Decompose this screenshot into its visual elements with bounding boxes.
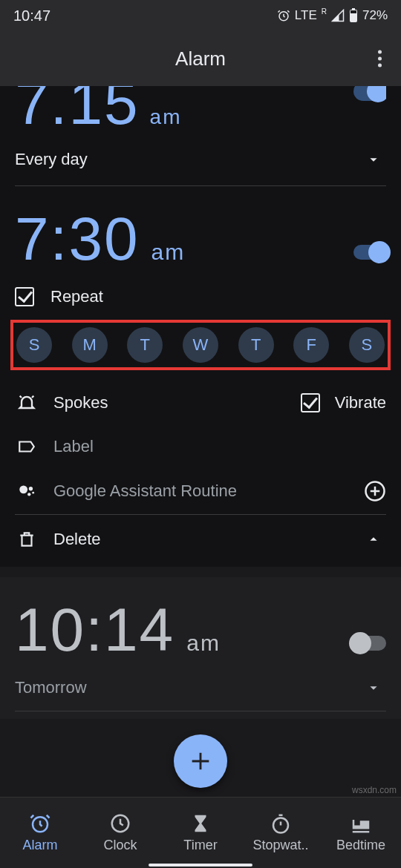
trash-icon — [15, 530, 39, 549]
day-thu[interactable]: T — [238, 327, 274, 363]
svg-point-5 — [29, 487, 33, 490]
bell-icon — [15, 392, 39, 413]
assistant-routine-row[interactable]: Google Assistant Routine — [15, 468, 386, 514]
assistant-icon — [15, 481, 39, 501]
network-label: LTE — [295, 8, 317, 23]
alarm-card-next: 10:14 am Tomorrow — [0, 577, 401, 719]
repeat-checkbox[interactable] — [15, 287, 34, 306]
alarm-schedule-row-prev[interactable]: Every day — [15, 134, 386, 185]
tag-icon — [15, 437, 39, 456]
status-bar: 10:47 LTE R 72% — [0, 0, 401, 31]
alarm-schedule-label: Every day — [15, 150, 88, 169]
days-selector-highlight: S M T W T F S — [10, 320, 391, 370]
divider — [15, 711, 386, 711]
alarm-ampm-next: am — [186, 631, 221, 656]
nav-alarm[interactable]: Alarm — [0, 798, 80, 868]
status-time: 10:47 — [13, 7, 50, 24]
day-sun[interactable]: S — [16, 327, 52, 363]
ringtone-row[interactable]: Spokes Vibrate — [15, 381, 386, 425]
svg-rect-2 — [352, 8, 355, 10]
overflow-menu-icon[interactable] — [372, 45, 388, 73]
chevron-down-icon — [361, 147, 386, 172]
nav-label: Alarm — [22, 838, 57, 853]
alarm-time-value: 7:30 — [15, 204, 140, 274]
alarm-schedule-row-next[interactable]: Tomorrow — [15, 665, 386, 711]
status-right: LTE R 72% — [277, 8, 388, 23]
alarm-toggle-prev[interactable] — [353, 86, 386, 101]
alarm-set-icon — [277, 9, 290, 22]
nav-clock[interactable]: Clock — [80, 798, 160, 868]
alarm-time-value: 10:14 — [15, 595, 175, 665]
gesture-bar — [149, 864, 252, 867]
alarm-time-main[interactable]: 7:30 am — [15, 204, 185, 274]
repeat-row[interactable]: Repeat — [15, 274, 386, 314]
day-sat[interactable]: S — [349, 327, 385, 363]
battery-pct: 72% — [362, 8, 388, 23]
nav-label: Clock — [103, 838, 137, 853]
assistant-routine-label: Google Assistant Routine — [53, 481, 237, 501]
nav-label: Timer — [183, 838, 217, 853]
add-alarm-fab[interactable] — [174, 734, 227, 788]
chevron-up-icon[interactable] — [361, 527, 386, 552]
alarm-card-main: 7:30 am Repeat S M T W T F S Spokes Vibr… — [0, 186, 401, 567]
nav-label: Stopwat.. — [252, 838, 308, 853]
app-header: Alarm — [0, 31, 401, 86]
chevron-down-icon — [361, 675, 386, 700]
alarm-card-prev: 7.15 am Every day — [0, 86, 401, 186]
signal-icon — [331, 9, 345, 22]
alarm-time-value: 7.15 — [15, 86, 140, 119]
nav-bedtime[interactable]: Bedtime — [321, 798, 401, 868]
battery-icon — [349, 8, 358, 23]
alarm-schedule-label: Tomorrow — [15, 678, 87, 697]
svg-rect-3 — [351, 10, 356, 13]
alarm-toggle-next[interactable] — [353, 636, 386, 651]
nav-stopwatch[interactable]: Stopwat.. — [241, 798, 321, 868]
svg-point-7 — [32, 492, 34, 494]
day-tue[interactable]: T — [127, 327, 163, 363]
label-row[interactable]: Label — [15, 425, 386, 468]
vibrate-checkbox[interactable] — [301, 393, 320, 412]
label-text: Label — [53, 437, 94, 456]
alarm-ampm-main: am — [151, 240, 186, 265]
nav-timer[interactable]: Timer — [160, 798, 241, 868]
ringtone-name: Spokes — [53, 393, 108, 412]
alarm-toggle-main[interactable] — [353, 245, 386, 260]
plus-circle-icon[interactable] — [364, 480, 386, 502]
delete-row[interactable]: Delete — [15, 515, 386, 564]
delete-label: Delete — [53, 530, 101, 549]
vibrate-label: Vibrate — [335, 393, 386, 412]
svg-point-6 — [27, 493, 30, 496]
alarm-time-next[interactable]: 10:14 am — [15, 595, 221, 665]
day-fri[interactable]: F — [293, 327, 329, 363]
alarm-ampm-prev: am — [150, 111, 182, 122]
header-title: Alarm — [175, 47, 226, 70]
repeat-label: Repeat — [50, 287, 103, 306]
watermark: wsxdn.com — [352, 785, 397, 795]
network-superscript: R — [322, 7, 327, 16]
day-wed[interactable]: W — [183, 327, 218, 363]
nav-label: Bedtime — [336, 838, 385, 853]
svg-point-4 — [19, 485, 27, 493]
day-mon[interactable]: M — [72, 327, 108, 363]
bottom-nav: Alarm Clock Timer Stopwat.. Bedtime — [0, 797, 401, 868]
alarm-time-prev[interactable]: 7.15 am — [15, 86, 182, 122]
